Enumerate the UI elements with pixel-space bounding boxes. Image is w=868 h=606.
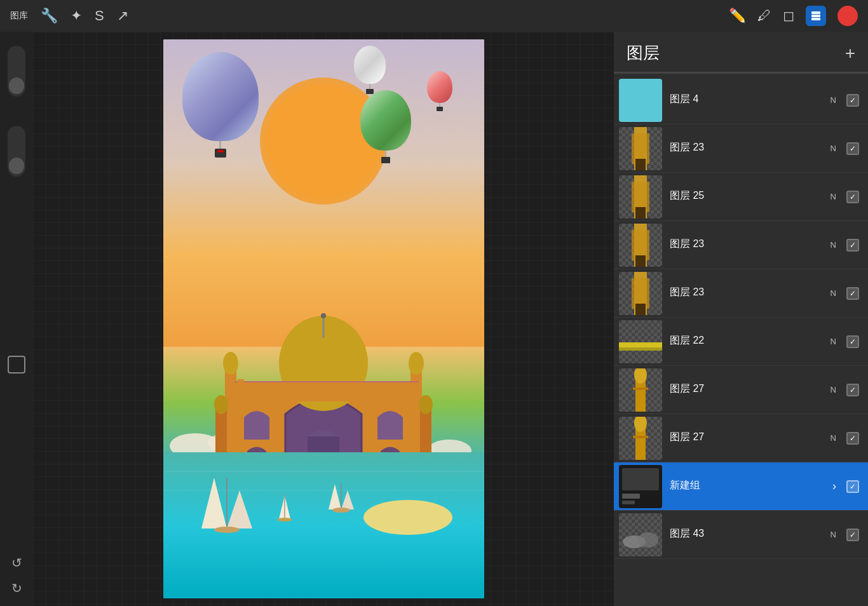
marker-tool-icon[interactable]: 🖊 [757, 8, 771, 24]
svg-rect-0 [811, 11, 820, 14]
svg-point-8 [223, 352, 238, 375]
top-bar-left: 图库 🔧 ✦ S ↗ [10, 8, 128, 24]
canvas-artwork [163, 39, 484, 598]
layer-name: 图层 4 [670, 93, 831, 106]
svg-rect-18 [238, 379, 244, 389]
opacity-thumb [9, 158, 24, 174]
arrow-icon[interactable]: ↗ [117, 8, 128, 24]
layer-item[interactable]: 图层 4N [614, 76, 868, 125]
svg-rect-67 [622, 501, 635, 504]
layer-mode: N [831, 288, 836, 298]
magic-wand-icon[interactable]: ✦ [71, 8, 82, 24]
svg-point-10 [214, 395, 228, 414]
svg-point-12 [409, 352, 424, 375]
svg-point-36 [214, 527, 240, 533]
layer-name: 图层 23 [670, 141, 831, 154]
canvas-area[interactable] [33, 32, 614, 606]
svg-rect-17 [228, 379, 234, 389]
layer-visibility-checkbox[interactable] [846, 384, 859, 396]
layer-name: 新建组 [670, 479, 830, 492]
layer-visibility-checkbox[interactable] [846, 432, 859, 445]
group-expand-arrow[interactable]: › [832, 480, 836, 493]
brush-size-slider-group [8, 46, 25, 97]
svg-marker-38 [341, 490, 354, 509]
svg-marker-37 [329, 484, 341, 509]
layer-visibility-checkbox[interactable] [846, 287, 859, 300]
brush-size-thumb [9, 77, 24, 94]
eraser-tool-icon[interactable]: ◻ [783, 8, 794, 24]
balloon-white [354, 46, 386, 94]
layer-visibility-checkbox[interactable] [846, 142, 859, 155]
svg-rect-57 [619, 347, 662, 351]
layer-item[interactable]: 图层 23N [614, 125, 868, 173]
layer-item[interactable]: 图层 43N [614, 511, 868, 559]
svg-rect-2 [811, 18, 820, 20]
layer-mode: N [831, 385, 836, 394]
layer-visibility-checkbox[interactable] [846, 191, 859, 203]
layer-visibility-checkbox[interactable] [846, 529, 859, 541]
opacity-slider[interactable] [8, 126, 25, 177]
layer-name: 图层 43 [670, 527, 831, 541]
layer-item[interactable]: 图层 27N [614, 414, 868, 462]
layer-name: 图层 23 [670, 286, 831, 299]
svg-rect-49 [635, 207, 646, 219]
svg-rect-60 [633, 387, 648, 390]
layer-item[interactable]: 图层 23N [614, 269, 868, 318]
top-bar: 图库 🔧 ✦ S ↗ ✏️ 🖊 ◻ [0, 0, 868, 32]
layers-list[interactable]: 图层 4N 图层 23N 图层 25N 图层 23N 图层 23N 图层 22N [614, 76, 868, 606]
layer-item[interactable]: 图层 27N [614, 366, 868, 414]
layers-title: 图层 [627, 42, 660, 64]
svg-rect-66 [622, 494, 640, 499]
svg-rect-65 [622, 468, 659, 490]
layer-name: 图层 23 [670, 238, 831, 251]
layer-visibility-checkbox[interactable] [846, 335, 859, 348]
layers-tool-button[interactable] [806, 6, 826, 26]
layer-name: 图层 27 [670, 382, 831, 396]
layer-name: 图层 22 [670, 334, 831, 347]
layer-mode: N [831, 144, 836, 153]
svg-marker-33 [201, 478, 227, 529]
layer-name: 图层 25 [670, 189, 831, 203]
svg-rect-55 [635, 304, 646, 315]
top-bar-right: ✏️ 🖊 ◻ [729, 6, 858, 26]
sailboats [163, 427, 484, 554]
shape-tool-icon[interactable] [6, 354, 27, 375]
add-layer-button[interactable]: + [845, 44, 855, 62]
svg-marker-34 [227, 490, 252, 529]
svg-point-43 [277, 518, 292, 522]
undo-button[interactable]: ↺ [6, 553, 27, 573]
svg-point-14 [419, 395, 433, 414]
layer-item[interactable]: 图层 25N [614, 173, 868, 221]
layer-mode: N [831, 433, 836, 443]
left-sidebar: ↺ ↻ [0, 32, 33, 606]
opacity-slider-group [8, 126, 25, 177]
layer-visibility-checkbox[interactable] [846, 239, 859, 252]
brush-size-slider[interactable] [8, 46, 25, 97]
svg-rect-56 [619, 342, 662, 347]
balloon-green [360, 90, 411, 163]
svg-point-69 [638, 532, 658, 548]
svg-point-6 [321, 313, 326, 318]
svg-point-40 [332, 508, 350, 513]
svg-rect-63 [633, 436, 648, 438]
layer-visibility-checkbox[interactable] [846, 94, 859, 107]
svg-rect-52 [635, 255, 646, 267]
layer-mode: N [831, 337, 836, 346]
layer-item[interactable]: 新建组› [614, 462, 868, 511]
layers-panel: 图层 + 图层 4N 图层 23N 图层 25N 图层 23N 图层 23N [614, 32, 868, 606]
layers-header: 图层 + [614, 32, 868, 72]
svg-rect-46 [635, 159, 646, 170]
layer-item[interactable]: 图层 22N [614, 318, 868, 366]
layer-visibility-checkbox[interactable] [846, 480, 859, 493]
gallery-button[interactable]: 图库 [10, 10, 28, 22]
wrench-icon[interactable]: 🔧 [41, 8, 58, 24]
pen-tool-icon[interactable]: ✏️ [729, 8, 746, 24]
layer-item[interactable]: 图层 23N [614, 221, 868, 269]
record-button[interactable] [837, 6, 858, 26]
layer-name: 图层 27 [670, 431, 831, 444]
balloon-blue [182, 52, 259, 158]
adjust-icon[interactable]: S [95, 8, 104, 24]
layer-mode: N [831, 240, 836, 250]
balloon-pink [427, 71, 452, 111]
redo-button[interactable]: ↻ [6, 578, 27, 598]
